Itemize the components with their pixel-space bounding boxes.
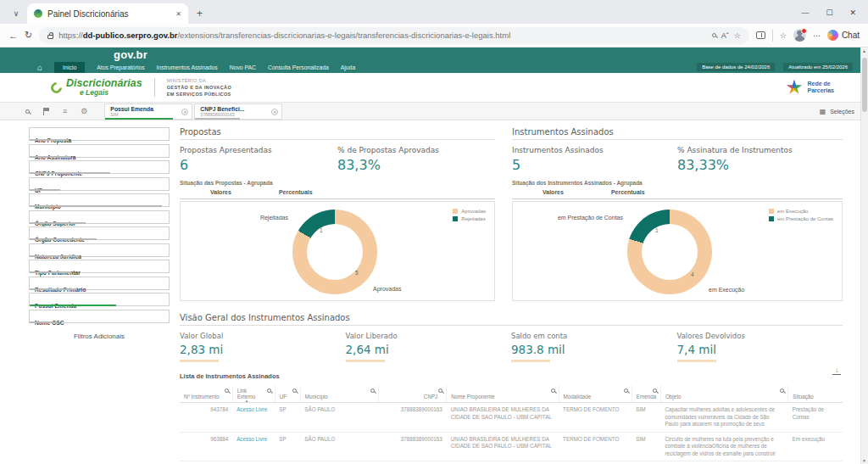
page-url[interactable]: https://dd-publico.serpro.gov.br/extensi… xyxy=(58,31,707,40)
scroll-down-icon[interactable]: ▼ xyxy=(861,458,867,463)
scrollbar-thumb[interactable] xyxy=(862,58,867,112)
back-icon[interactable]: ← xyxy=(8,31,18,41)
col-objeto[interactable]: Objeto xyxy=(660,385,787,403)
donut-ring[interactable] xyxy=(292,210,377,294)
filter-uf[interactable]: UF xyxy=(29,177,170,191)
new-tab-button[interactable]: + xyxy=(197,8,203,20)
propostas-section: Propostas Propostas Apresentadas 6 % de … xyxy=(180,127,495,301)
scroll-up-icon[interactable]: ▲ xyxy=(861,48,867,53)
nav-inicio[interactable]: Início xyxy=(54,62,85,73)
column-search-icon[interactable] xyxy=(653,389,657,393)
nav-ajuda[interactable]: Ajuda xyxy=(341,64,355,70)
page-scrollbar[interactable]: ▲ ▼ xyxy=(860,48,868,464)
favorites-bar-icon[interactable]: ☆ xyxy=(780,31,787,40)
column-search-icon[interactable] xyxy=(225,389,229,393)
filter-municipio[interactable]: Município xyxy=(29,193,170,207)
split-screen-icon[interactable] xyxy=(756,31,765,39)
col-nome-proponente[interactable]: Nome Proponente xyxy=(447,385,559,403)
tab-close-icon[interactable]: ✕ xyxy=(175,10,181,18)
column-search-icon[interactable] xyxy=(438,389,442,393)
additional-filters-button[interactable]: Filtros Adicionais xyxy=(29,328,170,344)
tab-search-chevron-icon[interactable]: ∨ xyxy=(7,5,25,22)
table-row[interactable]: 963884 Acesso Livre SP SÃO PAULO 3788838… xyxy=(180,432,843,461)
table-row[interactable]: 971468 Acesso Livre SP SÃO PAULO 3788838… xyxy=(180,461,843,464)
zoom-icon[interactable] xyxy=(712,33,716,37)
window-close-button[interactable]: ✕ xyxy=(849,8,856,17)
col-num-instrumento[interactable]: Nº Instrumento xyxy=(180,385,232,403)
copilot-chat-button[interactable]: Chat xyxy=(827,30,860,41)
acesso-livre-link[interactable]: Acesso Livre xyxy=(236,406,267,412)
govbr-logo[interactable]: gov.br xyxy=(114,48,147,61)
filter-natureza-juridica[interactable]: Natureza Jurídica xyxy=(29,243,170,257)
kpi-pct-assinatura-instrumentos[interactable]: % Assinatura de Instrumentos 83,33% xyxy=(677,146,843,173)
selections-button[interactable]: ▦ Seleções xyxy=(820,108,854,115)
smart-search-icon[interactable] xyxy=(25,109,30,114)
history-list-icon[interactable]: ≡ xyxy=(63,107,67,115)
address-bar[interactable]: https://dd-publico.serpro.gov.br/extensi… xyxy=(39,27,749,44)
window-maximize-button[interactable]: ☐ xyxy=(826,8,832,17)
tab-percentuais[interactable]: Percentuais xyxy=(279,189,313,195)
col-emenda[interactable]: Emenda xyxy=(632,385,660,403)
column-search-icon[interactable] xyxy=(370,389,375,393)
refresh-icon[interactable]: ↻ xyxy=(25,30,32,41)
chip-close-icon[interactable]: ✕ xyxy=(271,109,278,115)
acesso-livre-link[interactable]: Acesso Livre xyxy=(236,436,267,442)
filter-ano-assinatura[interactable]: Ano Assinatura xyxy=(29,144,170,158)
col-situacao[interactable]: Situação xyxy=(788,385,843,403)
filter-possui-emenda[interactable]: Possui Emenda xyxy=(29,293,170,306)
column-search-icon[interactable] xyxy=(624,389,628,393)
tab-percentuais[interactable]: Percentuais xyxy=(611,189,645,195)
window-minimize-button[interactable]: — xyxy=(801,8,809,17)
read-aloud-icon[interactable]: Aˆ xyxy=(721,31,729,40)
filter-chip-cnpj-beneficiario[interactable]: CNPJ Benefici... 37888389000163 ✕ xyxy=(194,103,282,120)
kpi-instrumentos-assinados[interactable]: Instrumentos Assinados 5 xyxy=(512,146,677,173)
kpi-saldo-em-conta[interactable]: Saldo em conta 983.8 mil xyxy=(511,332,677,362)
bookmark-icon[interactable] xyxy=(43,108,49,115)
selections-grid-icon: ▦ xyxy=(820,108,826,115)
kpi-valores-devolvidos[interactable]: Valores Devolvidos 7,4 mil xyxy=(677,332,843,362)
filter-tipo-parlamentar[interactable]: Tipo Parlamentar xyxy=(29,260,170,273)
table-row[interactable]: 943784 Acesso Livre SP SÃO PAULO 3788838… xyxy=(180,403,843,433)
tab-valores[interactable]: Valores xyxy=(210,189,231,195)
donut-ring[interactable] xyxy=(627,210,712,294)
chip-close-icon[interactable]: ✕ xyxy=(181,109,188,115)
kpi-valor-global[interactable]: Valor Global 2,83 mi xyxy=(180,332,346,362)
filter-chip-possui-emenda[interactable]: Possui Emenda SIM ✕ xyxy=(104,103,192,120)
col-cnpj[interactable]: CNPJ xyxy=(379,385,447,403)
download-icon[interactable]: ↓ xyxy=(832,367,841,375)
copilot-icon xyxy=(827,30,838,41)
column-search-icon[interactable] xyxy=(267,389,271,393)
col-modalidade[interactable]: Modalidade xyxy=(559,385,632,403)
nav-atos-preparatorios[interactable]: Atos Preparatórios xyxy=(97,64,144,70)
filter-ano-proposta[interactable]: Ano Proposta xyxy=(29,127,170,141)
browser-tab[interactable]: Painel Discricionárias ✕ xyxy=(27,3,188,24)
filter-resultado-primario[interactable]: Resultado Primário xyxy=(29,277,170,290)
nav-novo-pac[interactable]: Novo PAC xyxy=(230,64,256,70)
browser-menu-icon[interactable]: ⋯ xyxy=(813,31,821,40)
column-search-icon[interactable] xyxy=(551,389,555,393)
column-search-icon[interactable] xyxy=(292,389,297,393)
instrumentos-donut-chart[interactable]: em Prestação de Contas 1 4 em Execução e… xyxy=(512,201,843,301)
column-search-icon[interactable] xyxy=(780,389,784,393)
kpi-valor-liberado[interactable]: Valor Liberado 2,64 mi xyxy=(346,332,512,362)
filter-orgao-superior[interactable]: Órgão Superior xyxy=(29,210,170,224)
col-uf[interactable]: UF xyxy=(275,385,300,403)
lock-icon[interactable] xyxy=(47,35,53,39)
profile-avatar[interactable] xyxy=(793,29,806,42)
nav-consulta-personalizada[interactable]: Consulta Personalizada xyxy=(268,64,329,70)
settings-gear-icon[interactable]: ⚙ xyxy=(81,107,87,115)
filter-nome-osc[interactable]: Nome OSC xyxy=(29,310,170,323)
kpi-pct-propostas-aprovadas[interactable]: % de Propostas Aprovadas 83,3% xyxy=(337,146,495,173)
home-icon[interactable]: ⌂ xyxy=(37,63,42,72)
col-municipio[interactable]: Município xyxy=(300,385,378,403)
table-header-row: Nº Instrumento Link Externo▲ UF Municípi… xyxy=(180,385,843,403)
browser-window: ∨ Painel Discricionárias ✕ + — ☐ ✕ ← ↻ h… xyxy=(0,0,868,464)
kpi-propostas-apresentadas[interactable]: Propostas Apresentadas 6 xyxy=(180,146,337,173)
tab-valores[interactable]: Valores xyxy=(542,189,564,195)
nav-instrumentos-assinados[interactable]: Instrumentos Assinados xyxy=(157,64,218,70)
favorite-star-icon[interactable]: ☆ xyxy=(734,31,741,40)
propostas-donut-chart[interactable]: Rejeitadas 1 5 Aprovadas Aprovadas Rejei… xyxy=(180,201,495,301)
col-link-externo[interactable]: Link Externo▲ xyxy=(232,385,275,403)
filter-orgao-concedente[interactable]: Órgão Concedente xyxy=(29,226,170,240)
filter-cnpj-proponente[interactable]: CNPJ Proponente xyxy=(29,160,170,174)
